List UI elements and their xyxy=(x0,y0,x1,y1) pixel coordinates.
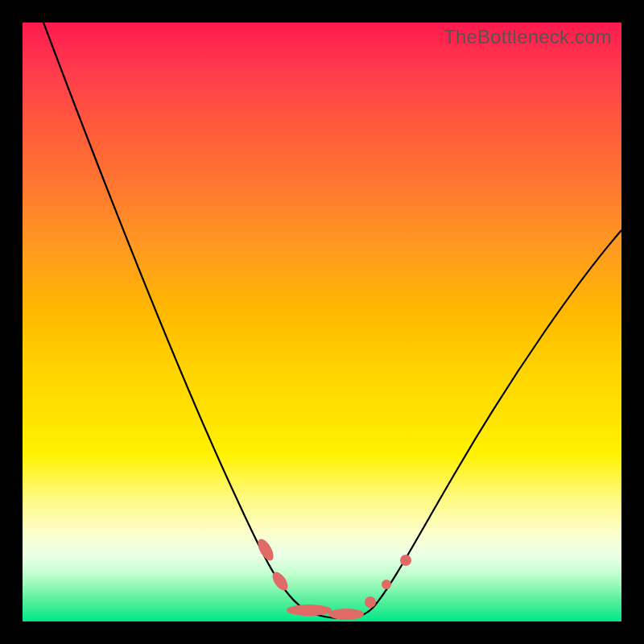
chart-frame: TheBottleneck.com xyxy=(0,0,644,644)
marker-trough-pill-2 xyxy=(328,609,364,620)
curve-svg xyxy=(23,23,621,621)
plot-area: TheBottleneck.com xyxy=(23,23,621,621)
marker-trough-pill-1 xyxy=(287,605,332,616)
bottleneck-curve xyxy=(43,23,621,618)
marker-group xyxy=(254,537,411,620)
marker-right-dot-2 xyxy=(382,580,391,589)
marker-right-dot-3 xyxy=(400,555,411,566)
marker-right-dot-1 xyxy=(365,597,376,608)
